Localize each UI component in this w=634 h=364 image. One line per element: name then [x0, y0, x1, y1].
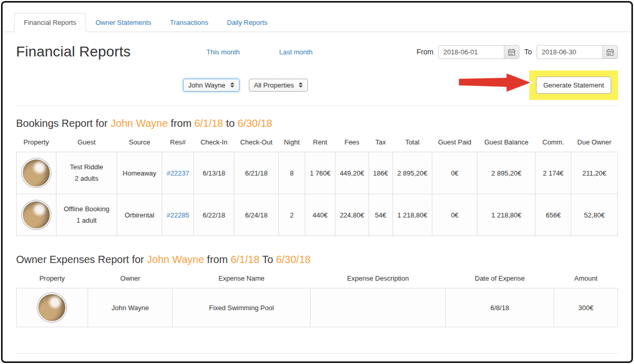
- col-owner: Owner: [88, 269, 173, 288]
- col-rent: Rent: [305, 133, 335, 152]
- property-cell: [17, 288, 88, 327]
- app-window: Financial Reports Owner Statements Trans…: [1, 1, 633, 363]
- expenses-heading-from-word: from: [207, 254, 228, 265]
- tab-daily-reports[interactable]: Daily Reports: [218, 13, 277, 32]
- due-owner-cell: 211,20€: [571, 152, 617, 194]
- bookings-table: Property Guest Source Res# Check-In Chec…: [16, 133, 618, 236]
- property-avatar[interactable]: [37, 293, 66, 322]
- total-cell: 2 895,20€: [392, 152, 432, 194]
- checkin-cell: 6/13/18: [194, 152, 234, 194]
- from-calendar-button[interactable]: [504, 45, 519, 59]
- property-avatar[interactable]: [22, 158, 51, 187]
- tab-transactions[interactable]: Transactions: [161, 13, 218, 32]
- owner-cell: John Wayne: [88, 288, 173, 327]
- owner-select[interactable]: John Wayne: [183, 79, 239, 92]
- reservation-link[interactable]: #22237: [166, 169, 189, 177]
- calendar-icon: [607, 49, 614, 55]
- updown-caret-icon: [299, 82, 303, 88]
- source-cell: Orbirental: [117, 194, 162, 236]
- updown-caret-icon: [230, 82, 234, 88]
- col-guest-balance: Guest Balance: [477, 133, 536, 152]
- property-avatar[interactable]: [22, 200, 51, 229]
- calendar-icon: [508, 49, 515, 55]
- col-res: Res#: [162, 133, 194, 152]
- expenses-heading-owner: John Wayne: [147, 254, 204, 265]
- expenses-table: Property Owner Expense Name Expense Desc…: [16, 269, 618, 327]
- date-range-zone: From: [417, 45, 618, 59]
- guest-paid-cell: 0€: [432, 194, 477, 236]
- col-source: Source: [117, 133, 162, 152]
- expenses-heading-from-date: 6/1/18: [231, 254, 260, 265]
- guest-cell: Offline Booking 1 adult: [56, 194, 117, 236]
- expense-description-cell: [311, 288, 446, 327]
- comm-cell: 656€: [536, 194, 571, 236]
- col-due-owner: Due Owner: [571, 133, 617, 152]
- tab-bar: Financial Reports Owner Statements Trans…: [3, 3, 631, 32]
- source-cell: Homeaway: [117, 152, 162, 194]
- to-label: To: [524, 48, 532, 56]
- checkin-cell: 6/22/18: [194, 194, 234, 236]
- col-property: Property: [17, 133, 57, 152]
- expenses-report-heading: Owner Expenses Report for John Wayne fro…: [16, 254, 618, 266]
- reservation-link[interactable]: #22285: [166, 211, 189, 219]
- col-tax: Tax: [369, 133, 392, 152]
- col-expense-description: Expense Description: [311, 269, 446, 288]
- red-arrow-annotation-icon: [457, 71, 534, 97]
- col-fees: Fees: [335, 133, 369, 152]
- col-night: Night: [278, 133, 305, 152]
- properties-select[interactable]: All Properties: [249, 79, 308, 92]
- last-month-link[interactable]: Last month: [279, 48, 313, 56]
- from-date-input[interactable]: [438, 45, 504, 59]
- due-owner-cell: 52,80€: [571, 194, 617, 236]
- checkout-cell: 6/24/18: [234, 194, 279, 236]
- col-guest: Guest: [56, 133, 117, 152]
- amount-cell: 300€: [554, 288, 618, 327]
- page-title: Financial Reports: [16, 43, 131, 60]
- table-row: Offline Booking 1 adult Orbirental #2228…: [17, 194, 618, 236]
- guest-detail: 1 adult: [60, 215, 114, 226]
- col-checkout: Check-Out: [234, 133, 279, 152]
- expenses-heading-prefix: Owner Expenses Report for: [16, 254, 144, 265]
- page-content: Financial Reports This month Last month …: [3, 40, 631, 354]
- guest-detail: 2 adults: [60, 173, 114, 184]
- table-row: John Wayne Fixed Swimming Pool 6/8/18 30…: [17, 288, 618, 327]
- col-expense-name: Expense Name: [173, 269, 311, 288]
- guest-balance-cell: 1 218,80€: [477, 194, 536, 236]
- res-cell: #22237: [162, 152, 194, 194]
- generate-zone: Generate Statement: [457, 70, 618, 100]
- bookings-heading-to-word: to: [226, 118, 235, 129]
- table-row: Test Riddle 2 adults Homeaway #22237 6/1…: [17, 152, 618, 194]
- spacer: [16, 327, 618, 347]
- tax-cell: 186€: [369, 152, 392, 194]
- tab-financial-reports[interactable]: Financial Reports: [14, 13, 86, 32]
- col-date-of-expense: Date of Expense: [445, 269, 554, 288]
- expenses-heading-to-date: 6/30/18: [276, 254, 311, 265]
- bookings-heading-prefix: Bookings Report for: [16, 118, 108, 129]
- guest-balance-cell: 2 895,20€: [477, 152, 536, 194]
- guest-cell: Test Riddle 2 adults: [56, 152, 117, 194]
- to-date-input[interactable]: [537, 45, 603, 59]
- bookings-heading-from-word: from: [171, 118, 191, 129]
- col-comm: Comm.: [536, 133, 571, 152]
- header-row: Financial Reports This month Last month …: [16, 40, 618, 63]
- total-cell: 1 218,80€: [392, 194, 432, 236]
- from-date-group: [438, 45, 519, 59]
- generate-statement-button[interactable]: Generate Statement: [536, 77, 611, 94]
- col-total: Total: [392, 133, 432, 152]
- property-cell: [17, 152, 57, 194]
- to-calendar-button[interactable]: [602, 45, 618, 59]
- fees-cell: 224,80€: [335, 194, 369, 236]
- this-month-link[interactable]: This month: [206, 48, 239, 56]
- from-label: From: [417, 48, 434, 56]
- guest-name: Test Riddle: [60, 162, 114, 173]
- res-cell: #22285: [162, 194, 194, 236]
- col-checkin: Check-In: [194, 133, 234, 152]
- col-guest-paid: Guest Paid: [432, 133, 477, 152]
- filter-row: John Wayne All Properties Generate State…: [16, 70, 618, 99]
- expenses-header-row: Property Owner Expense Name Expense Desc…: [17, 269, 618, 288]
- tax-cell: 54€: [369, 194, 392, 236]
- tab-owner-statements[interactable]: Owner Statements: [86, 13, 161, 32]
- col-amount: Amount: [554, 269, 618, 288]
- property-cell: [17, 194, 57, 236]
- expenses-heading-to-word: To: [262, 254, 273, 265]
